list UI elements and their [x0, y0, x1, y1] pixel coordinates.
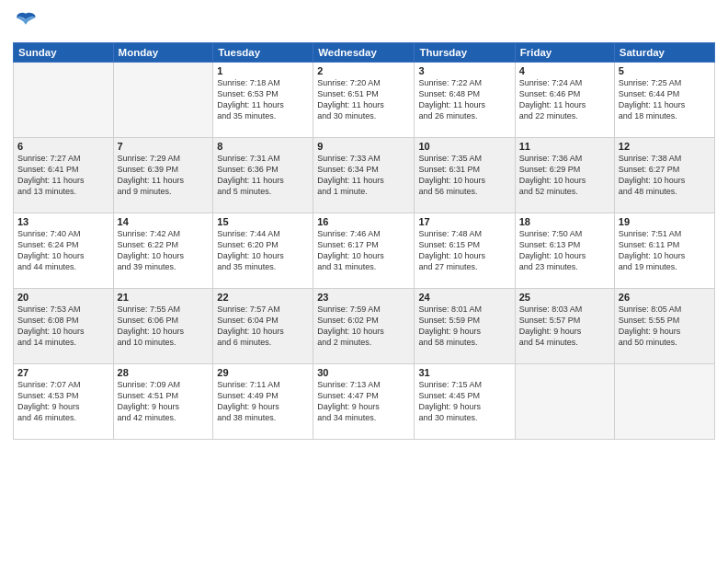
day-info: Sunrise: 7:59 AM Sunset: 6:02 PM Dayligh… [317, 304, 410, 349]
calendar-cell: 5Sunrise: 7:25 AM Sunset: 6:44 PM Daylig… [614, 63, 714, 138]
calendar-cell: 28Sunrise: 7:09 AM Sunset: 4:51 PM Dayli… [113, 364, 213, 440]
day-info: Sunrise: 7:44 AM Sunset: 6:20 PM Dayligh… [217, 228, 309, 273]
calendar-cell: 13Sunrise: 7:40 AM Sunset: 6:24 PM Dayli… [14, 213, 114, 289]
calendar-cell [515, 364, 614, 440]
calendar-cell: 18Sunrise: 7:50 AM Sunset: 6:13 PM Dayli… [515, 213, 614, 289]
calendar-cell: 10Sunrise: 7:35 AM Sunset: 6:31 PM Dayli… [415, 138, 515, 213]
calendar-cell: 26Sunrise: 8:05 AM Sunset: 5:55 PM Dayli… [614, 289, 714, 364]
day-number: 24 [418, 292, 510, 303]
day-number: 10 [418, 141, 510, 152]
calendar-cell: 19Sunrise: 7:51 AM Sunset: 6:11 PM Dayli… [614, 213, 714, 289]
day-number: 23 [317, 292, 410, 303]
calendar-cell: 11Sunrise: 7:36 AM Sunset: 6:29 PM Dayli… [515, 138, 614, 213]
day-info: Sunrise: 7:11 AM Sunset: 4:49 PM Dayligh… [217, 379, 309, 424]
day-number: 21 [118, 292, 210, 303]
day-info: Sunrise: 7:22 AM Sunset: 6:48 PM Dayligh… [418, 77, 510, 122]
day-number: 18 [519, 216, 610, 227]
day-info: Sunrise: 7:36 AM Sunset: 6:29 PM Dayligh… [519, 153, 610, 198]
calendar-cell: 9Sunrise: 7:33 AM Sunset: 6:34 PM Daylig… [313, 138, 415, 213]
day-number: 7 [118, 141, 210, 152]
calendar-cell: 30Sunrise: 7:13 AM Sunset: 4:47 PM Dayli… [313, 364, 415, 440]
day-info: Sunrise: 7:13 AM Sunset: 4:47 PM Dayligh… [317, 379, 410, 424]
day-info: Sunrise: 8:05 AM Sunset: 5:55 PM Dayligh… [619, 304, 711, 349]
day-number: 27 [17, 367, 109, 378]
weekday-header: Tuesday [213, 43, 313, 63]
day-info: Sunrise: 7:53 AM Sunset: 6:08 PM Dayligh… [17, 304, 109, 349]
calendar-cell: 14Sunrise: 7:42 AM Sunset: 6:22 PM Dayli… [113, 213, 213, 289]
day-number: 22 [217, 292, 309, 303]
day-number: 4 [519, 65, 610, 76]
day-info: Sunrise: 7:57 AM Sunset: 6:04 PM Dayligh… [217, 304, 309, 349]
day-info: Sunrise: 7:25 AM Sunset: 6:44 PM Dayligh… [619, 77, 711, 122]
day-number: 25 [519, 292, 610, 303]
calendar-cell: 15Sunrise: 7:44 AM Sunset: 6:20 PM Dayli… [213, 213, 313, 289]
calendar-week-row: 27Sunrise: 7:07 AM Sunset: 4:53 PM Dayli… [14, 364, 715, 440]
weekday-header: Monday [113, 43, 213, 63]
day-info: Sunrise: 7:33 AM Sunset: 6:34 PM Dayligh… [317, 153, 410, 198]
day-info: Sunrise: 7:42 AM Sunset: 6:22 PM Dayligh… [118, 228, 210, 273]
day-number: 29 [217, 367, 309, 378]
calendar-cell [113, 63, 213, 138]
day-info: Sunrise: 7:46 AM Sunset: 6:17 PM Dayligh… [317, 228, 410, 273]
day-number: 20 [17, 292, 109, 303]
calendar-week-row: 20Sunrise: 7:53 AM Sunset: 6:08 PM Dayli… [14, 289, 715, 364]
calendar-cell: 12Sunrise: 7:38 AM Sunset: 6:27 PM Dayli… [614, 138, 714, 213]
calendar-cell: 23Sunrise: 7:59 AM Sunset: 6:02 PM Dayli… [313, 289, 415, 364]
calendar-cell: 2Sunrise: 7:20 AM Sunset: 6:51 PM Daylig… [313, 63, 415, 138]
calendar-cell: 6Sunrise: 7:27 AM Sunset: 6:41 PM Daylig… [14, 138, 114, 213]
day-info: Sunrise: 7:18 AM Sunset: 6:53 PM Dayligh… [217, 77, 309, 122]
calendar-cell: 3Sunrise: 7:22 AM Sunset: 6:48 PM Daylig… [415, 63, 515, 138]
day-number: 31 [418, 367, 510, 378]
calendar-cell: 21Sunrise: 7:55 AM Sunset: 6:06 PM Dayli… [113, 289, 213, 364]
day-info: Sunrise: 7:24 AM Sunset: 6:46 PM Dayligh… [519, 77, 610, 122]
day-number: 17 [418, 216, 510, 227]
day-number: 26 [619, 292, 711, 303]
day-info: Sunrise: 7:27 AM Sunset: 6:41 PM Dayligh… [17, 153, 109, 198]
weekday-header: Wednesday [313, 43, 415, 63]
day-number: 11 [519, 141, 610, 152]
calendar-cell: 24Sunrise: 8:01 AM Sunset: 5:59 PM Dayli… [415, 289, 515, 364]
day-number: 5 [619, 65, 711, 76]
day-number: 1 [217, 65, 309, 76]
calendar-cell: 31Sunrise: 7:15 AM Sunset: 4:45 PM Dayli… [415, 364, 515, 440]
calendar-cell: 22Sunrise: 7:57 AM Sunset: 6:04 PM Dayli… [213, 289, 313, 364]
page-header [13, 9, 715, 35]
weekday-header: Thursday [415, 43, 515, 63]
day-info: Sunrise: 8:01 AM Sunset: 5:59 PM Dayligh… [418, 304, 510, 349]
day-number: 3 [418, 65, 510, 76]
calendar-cell: 27Sunrise: 7:07 AM Sunset: 4:53 PM Dayli… [14, 364, 114, 440]
day-info: Sunrise: 7:38 AM Sunset: 6:27 PM Dayligh… [619, 153, 711, 198]
day-info: Sunrise: 8:03 AM Sunset: 5:57 PM Dayligh… [519, 304, 610, 349]
logo-icon [13, 9, 39, 35]
logo [13, 9, 42, 35]
calendar-cell [14, 63, 114, 138]
day-info: Sunrise: 7:40 AM Sunset: 6:24 PM Dayligh… [17, 228, 109, 273]
weekday-header: Friday [515, 43, 614, 63]
calendar-cell: 1Sunrise: 7:18 AM Sunset: 6:53 PM Daylig… [213, 63, 313, 138]
day-number: 14 [118, 216, 210, 227]
calendar-week-row: 13Sunrise: 7:40 AM Sunset: 6:24 PM Dayli… [14, 213, 715, 289]
day-number: 19 [619, 216, 711, 227]
day-info: Sunrise: 7:09 AM Sunset: 4:51 PM Dayligh… [118, 379, 210, 424]
calendar-cell: 4Sunrise: 7:24 AM Sunset: 6:46 PM Daylig… [515, 63, 614, 138]
day-info: Sunrise: 7:50 AM Sunset: 6:13 PM Dayligh… [519, 228, 610, 273]
calendar-week-row: 1Sunrise: 7:18 AM Sunset: 6:53 PM Daylig… [14, 63, 715, 138]
day-info: Sunrise: 7:31 AM Sunset: 6:36 PM Dayligh… [217, 153, 309, 198]
calendar-cell: 25Sunrise: 8:03 AM Sunset: 5:57 PM Dayli… [515, 289, 614, 364]
day-info: Sunrise: 7:51 AM Sunset: 6:11 PM Dayligh… [619, 228, 711, 273]
day-number: 9 [317, 141, 410, 152]
calendar-header-row: SundayMondayTuesdayWednesdayThursdayFrid… [14, 43, 715, 63]
day-number: 13 [17, 216, 109, 227]
calendar-table: SundayMondayTuesdayWednesdayThursdayFrid… [13, 42, 715, 440]
day-number: 28 [118, 367, 210, 378]
calendar-cell: 7Sunrise: 7:29 AM Sunset: 6:39 PM Daylig… [113, 138, 213, 213]
day-number: 12 [619, 141, 711, 152]
calendar-cell: 29Sunrise: 7:11 AM Sunset: 4:49 PM Dayli… [213, 364, 313, 440]
day-number: 2 [317, 65, 410, 76]
day-number: 6 [17, 141, 109, 152]
day-info: Sunrise: 7:15 AM Sunset: 4:45 PM Dayligh… [418, 379, 510, 424]
day-info: Sunrise: 7:55 AM Sunset: 6:06 PM Dayligh… [118, 304, 210, 349]
weekday-header: Sunday [14, 43, 114, 63]
day-info: Sunrise: 7:48 AM Sunset: 6:15 PM Dayligh… [418, 228, 510, 273]
day-number: 15 [217, 216, 309, 227]
